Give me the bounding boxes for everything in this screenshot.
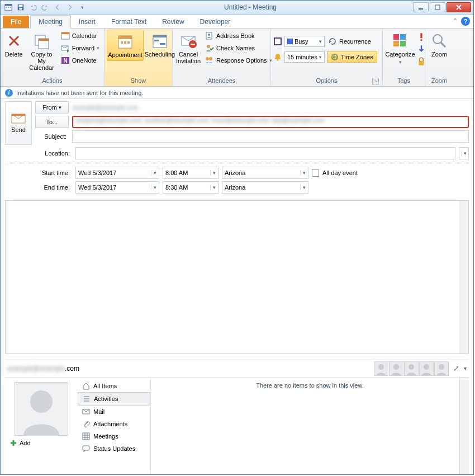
- scheduling-button[interactable]: Scheduling: [145, 30, 175, 60]
- nav-attachments[interactable]: Attachments: [78, 418, 150, 430]
- copy-to-calendar-button[interactable]: Copy to My Calendar: [26, 30, 57, 73]
- svg-rect-41: [400, 41, 406, 46]
- tab-meeting[interactable]: Meeting: [30, 15, 71, 29]
- to-button[interactable]: To...: [35, 116, 69, 128]
- svg-rect-55: [83, 446, 89, 450]
- start-tz-combo[interactable]: Arizona▾: [222, 167, 308, 179]
- svg-rect-25: [154, 40, 159, 41]
- svg-rect-38: [393, 34, 399, 40]
- response-options-button[interactable]: Response Options▾: [203, 54, 274, 67]
- svg-point-51: [439, 364, 444, 370]
- nav-status-updates[interactable]: Status Updates: [78, 442, 150, 455]
- group-show-label: Show: [107, 77, 170, 86]
- svg-rect-9: [435, 5, 440, 10]
- appointment-button[interactable]: Appointment: [107, 30, 144, 61]
- help-icon[interactable]: ?: [461, 17, 470, 26]
- forward-icon: [61, 44, 70, 53]
- delete-icon: [5, 32, 23, 50]
- start-time-combo[interactable]: 8:00 AM▾: [163, 167, 218, 179]
- cancel-invitation-button[interactable]: Cancel Invitation: [175, 30, 202, 67]
- svg-rect-14: [61, 32, 69, 34]
- scheduling-icon: [151, 32, 169, 50]
- send-button[interactable]: Send: [5, 101, 32, 145]
- people-nav: All Items Activities Mail Attachments Me…: [78, 378, 150, 474]
- end-date-combo[interactable]: Wed 5/3/2017▾: [75, 181, 159, 194]
- end-tz-combo[interactable]: Arizona▾: [222, 181, 308, 194]
- avatar-icon[interactable]: [434, 361, 449, 376]
- from-button[interactable]: From ▾: [35, 101, 69, 114]
- body-scrollbar[interactable]: [459, 201, 468, 354]
- svg-point-44: [433, 35, 442, 44]
- meeting-form: Send From ▾ example@example.com To... re…: [1, 99, 473, 198]
- nav-meetings[interactable]: Meetings: [78, 430, 150, 442]
- expand-people-icon[interactable]: ⤢: [453, 364, 459, 373]
- categorize-button[interactable]: Categorize▾: [385, 30, 415, 68]
- svg-rect-54: [83, 433, 89, 440]
- start-date-combo[interactable]: Wed 5/3/2017▾: [75, 167, 159, 179]
- mail-icon: [82, 408, 90, 416]
- location-field[interactable]: [75, 147, 455, 159]
- add-contact-button[interactable]: Add: [10, 439, 31, 447]
- nav-mail[interactable]: Mail: [78, 406, 150, 418]
- next-icon[interactable]: [64, 2, 75, 13]
- zoom-button[interactable]: Zoom: [428, 30, 451, 60]
- end-time-combo[interactable]: 8:30 AM▾: [163, 181, 218, 194]
- svg-rect-19: [118, 36, 132, 39]
- group-actions-label: Actions: [3, 77, 102, 86]
- grid-icon: [82, 432, 90, 440]
- options-dialog-launcher[interactable]: ↘: [372, 78, 379, 84]
- group-zoom-label: Zoom: [428, 77, 451, 86]
- svg-rect-8: [419, 8, 423, 10]
- all-day-checkbox[interactable]: [312, 169, 319, 177]
- chat-icon: [82, 445, 90, 453]
- show-as-combo[interactable]: Busy▾: [284, 36, 325, 47]
- quick-access-toolbar: ▾: [3, 2, 88, 13]
- calendar-icon[interactable]: [3, 2, 14, 13]
- qat-customize-icon[interactable]: ▾: [77, 2, 88, 13]
- calendar-button[interactable]: Calendar: [59, 30, 102, 42]
- subject-field[interactable]: [72, 130, 469, 143]
- people-content: There are no items to show in this view.: [150, 378, 469, 474]
- svg-rect-6: [19, 5, 23, 7]
- onenote-button[interactable]: NOneNote: [59, 54, 102, 67]
- message-body[interactable]: [5, 200, 469, 354]
- svg-rect-1: [5, 4, 12, 6]
- people-scrollbar[interactable]: [459, 378, 469, 474]
- tab-developer[interactable]: Developer: [192, 16, 239, 28]
- maximize-button[interactable]: [430, 2, 445, 12]
- time-zones-button[interactable]: Time Zones: [327, 51, 377, 63]
- avatar-icon[interactable]: [374, 361, 388, 376]
- nav-activities[interactable]: Activities: [78, 392, 150, 406]
- avatar-icon[interactable]: [419, 361, 434, 376]
- calendar-small-icon: [61, 31, 70, 40]
- svg-point-47: [378, 364, 384, 370]
- undo-icon[interactable]: [27, 2, 39, 13]
- previous-icon[interactable]: [52, 2, 63, 13]
- window-title: Untitled - Meeting: [88, 3, 413, 11]
- tab-format-text[interactable]: Format Text: [103, 16, 154, 28]
- redo-icon[interactable]: [40, 2, 51, 13]
- svg-rect-7: [19, 8, 22, 10]
- recurrence-button[interactable]: Recurrence: [327, 35, 372, 48]
- tab-insert[interactable]: Insert: [71, 16, 103, 28]
- svg-text:N: N: [63, 58, 67, 64]
- contact-photo: [15, 382, 68, 436]
- delete-button[interactable]: Delete: [3, 30, 25, 60]
- nav-all-items[interactable]: All Items: [78, 380, 150, 392]
- file-tab[interactable]: File: [3, 16, 29, 28]
- collapse-people-icon[interactable]: ▾: [464, 365, 467, 371]
- location-dropdown[interactable]: ▾: [459, 147, 469, 159]
- avatar-icon[interactable]: [389, 361, 403, 376]
- forward-button[interactable]: Forward▾: [59, 42, 102, 54]
- to-field[interactable]: recipient@example.com; another@example.c…: [72, 116, 469, 128]
- save-icon[interactable]: [15, 2, 26, 13]
- address-book-button[interactable]: Address Book: [203, 30, 274, 42]
- tab-review[interactable]: Review: [154, 16, 192, 28]
- check-names-button[interactable]: Check Names: [203, 42, 274, 54]
- close-button[interactable]: [446, 2, 471, 12]
- minimize-ribbon-icon[interactable]: ⌃: [453, 17, 458, 25]
- minimize-button[interactable]: [413, 2, 429, 12]
- avatar-icon[interactable]: [404, 361, 419, 376]
- info-icon: i: [5, 89, 13, 97]
- reminder-combo[interactable]: 15 minutes▾: [284, 51, 325, 63]
